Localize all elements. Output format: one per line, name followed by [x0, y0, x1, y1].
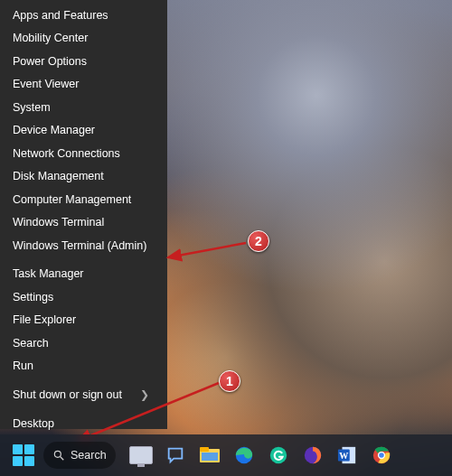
- firefox-icon[interactable]: [298, 441, 327, 470]
- menu-item-settings[interactable]: Settings: [0, 285, 167, 309]
- menu-item-apps-and-features[interactable]: Apps and Features: [0, 4, 167, 27]
- edge-icon[interactable]: [230, 441, 259, 470]
- menu-item-event-viewer[interactable]: Event Viewer: [0, 73, 167, 97]
- menu-item-run[interactable]: Run: [0, 355, 167, 378]
- svg-rect-6: [202, 453, 218, 461]
- menu-item-windows-terminal-admin[interactable]: Windows Terminal (Admin): [0, 234, 167, 257]
- svg-rect-5: [200, 447, 209, 452]
- winx-context-menu: Apps and Features Mobility Center Power …: [0, 0, 167, 429]
- annotation-badge-2: 2: [248, 230, 269, 252]
- desktop-viewport: Apps and Features Mobility Center Power …: [0, 0, 452, 476]
- word-icon[interactable]: W: [333, 441, 362, 470]
- search-label: Search: [71, 449, 107, 462]
- annotation-badge-1: 1: [219, 370, 240, 392]
- menu-item-system[interactable]: System: [0, 96, 167, 119]
- menu-item-power-options[interactable]: Power Options: [0, 50, 167, 73]
- menu-item-device-manager[interactable]: Device Manager: [0, 119, 167, 143]
- svg-point-8: [269, 447, 286, 463]
- grammarly-icon[interactable]: [264, 441, 293, 470]
- svg-point-15: [379, 453, 384, 458]
- start-icon[interactable]: [9, 441, 38, 470]
- menu-item-network-connections[interactable]: Network Connections: [0, 142, 167, 165]
- search-pill[interactable]: Search: [43, 442, 116, 469]
- menu-item-windows-terminal[interactable]: Windows Terminal: [0, 211, 167, 235]
- svg-line-1: [168, 243, 246, 257]
- menu-item-disk-management[interactable]: Disk Management: [0, 165, 167, 189]
- taskview-icon[interactable]: [127, 441, 155, 470]
- menu-item-shutdown-submenu[interactable]: Shut down or sign out ❯: [0, 383, 167, 406]
- file-explorer-icon[interactable]: [195, 441, 224, 470]
- svg-line-3: [61, 457, 64, 461]
- menu-item-label: Shut down or sign out: [13, 388, 122, 401]
- chrome-icon[interactable]: [367, 441, 396, 470]
- menu-item-search[interactable]: Search: [0, 331, 167, 355]
- menu-item-mobility-center[interactable]: Mobility Center: [0, 27, 167, 51]
- menu-item-computer-management[interactable]: Computer Management: [0, 188, 167, 211]
- menu-item-task-manager[interactable]: Task Manager: [0, 263, 167, 286]
- menu-item-file-explorer[interactable]: File Explorer: [0, 309, 167, 332]
- svg-point-2: [54, 451, 61, 457]
- chat-icon[interactable]: [161, 441, 190, 470]
- annotation-arrow-2: [163, 239, 253, 266]
- taskbar: Search W: [0, 434, 452, 476]
- svg-text:W: W: [339, 451, 348, 461]
- chevron-right-icon: ❯: [140, 388, 149, 401]
- menu-item-desktop[interactable]: Desktop: [0, 412, 167, 435]
- search-icon: [52, 449, 65, 462]
